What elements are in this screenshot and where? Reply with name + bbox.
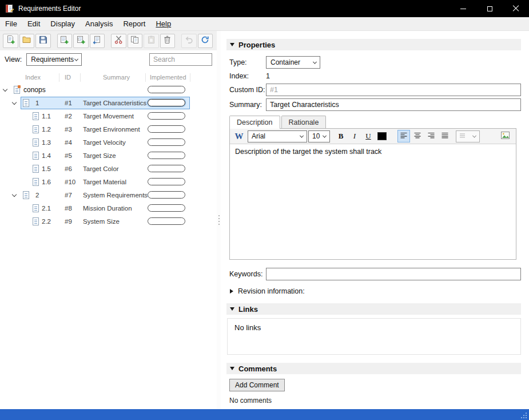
column-id[interactable]: ID bbox=[65, 74, 71, 81]
font-family-dropdown[interactable]: Arial bbox=[248, 130, 307, 142]
cell-summary: Target Size bbox=[83, 152, 116, 159]
description-editor[interactable]: Description of the target the system sha… bbox=[230, 144, 516, 259]
align-left-button[interactable] bbox=[397, 130, 410, 142]
cell-summary: Target Characteristics bbox=[83, 100, 146, 106]
links-section-header[interactable]: Links bbox=[226, 303, 521, 315]
image-icon bbox=[500, 131, 510, 141]
add-child-requirement-button[interactable] bbox=[73, 34, 89, 48]
tree-row-1.4[interactable]: 1.4#5Target Size bbox=[0, 149, 217, 163]
type-dropdown[interactable]: Container bbox=[266, 56, 320, 69]
tree-row-1[interactable]: 1#1Target Characteristics bbox=[0, 97, 217, 110]
implemented-pill bbox=[148, 86, 185, 93]
menu-help[interactable]: Help bbox=[150, 18, 176, 30]
menu-report[interactable]: Report bbox=[118, 18, 150, 30]
menu-edit[interactable]: Edit bbox=[22, 18, 45, 30]
italic-icon: I bbox=[353, 132, 356, 141]
insert-image-button[interactable] bbox=[499, 130, 512, 142]
chevron-down-icon bbox=[74, 57, 78, 61]
tree-row-1.1[interactable]: 1.1#2Target Movement bbox=[0, 110, 217, 123]
new-requirement-set-button[interactable] bbox=[3, 34, 18, 48]
tree-column-header: Index ID Summary Implemented bbox=[0, 71, 217, 84]
column-separator bbox=[145, 73, 146, 82]
view-dropdown[interactable]: Requirements bbox=[26, 53, 82, 66]
expand-chevron-icon[interactable] bbox=[12, 100, 17, 105]
tree-row-1.6[interactable]: 1.6#10Target Material bbox=[0, 176, 217, 189]
tree-row-1.2[interactable]: 1.2#3Target Environment bbox=[0, 123, 217, 136]
requirement-icon bbox=[33, 152, 39, 160]
type-label: Type: bbox=[229, 58, 266, 66]
tree-row-1.5[interactable]: 1.5#6Target Color bbox=[0, 163, 217, 176]
font-color-button[interactable] bbox=[376, 130, 388, 142]
tree-row-1.3[interactable]: 1.3#4Target Velocity bbox=[0, 136, 217, 149]
tab-description[interactable]: Description bbox=[229, 116, 280, 129]
keywords-label: Keywords: bbox=[229, 270, 266, 278]
save-button[interactable] bbox=[35, 34, 51, 48]
minimize-button[interactable] bbox=[450, 0, 476, 17]
collapse-triangle-icon bbox=[230, 307, 234, 311]
revision-information-toggle[interactable]: Revision information: bbox=[230, 287, 521, 295]
tree-row-2.1[interactable]: 2.1#8Mission Duration bbox=[0, 202, 217, 215]
type-dropdown-value: Container bbox=[271, 58, 300, 66]
paste-clipboard-icon bbox=[146, 35, 156, 46]
font-size-dropdown[interactable]: 10 bbox=[308, 130, 330, 142]
column-summary[interactable]: Summary bbox=[103, 74, 130, 81]
properties-section-header[interactable]: Properties bbox=[226, 39, 521, 50]
no-links-text: No links bbox=[234, 323, 261, 332]
line-spacing-dropdown[interactable] bbox=[456, 130, 480, 142]
cell-summary: Target Movement bbox=[83, 113, 134, 120]
implemented-pill bbox=[148, 138, 185, 146]
pane-splitter[interactable] bbox=[217, 31, 221, 409]
custom-id-input[interactable] bbox=[266, 84, 521, 96]
underline-button[interactable]: U bbox=[362, 130, 375, 142]
bold-button[interactable]: B bbox=[335, 130, 347, 142]
undo-button[interactable] bbox=[181, 34, 197, 48]
implemented-pill bbox=[148, 204, 185, 212]
add-comment-button[interactable]: Add Comment bbox=[229, 379, 285, 391]
delete-button[interactable] bbox=[160, 34, 176, 48]
keywords-input[interactable] bbox=[266, 268, 521, 280]
chevron-down-icon bbox=[323, 134, 327, 138]
tree-row-2.2[interactable]: 2.2#9System Size bbox=[0, 215, 217, 228]
left-pane: View: Requirements Index ID Summary Impl… bbox=[0, 31, 217, 409]
promote-requirement-button[interactable] bbox=[90, 34, 105, 48]
open-in-word-button[interactable]: W bbox=[233, 130, 245, 142]
italic-button[interactable]: I bbox=[348, 130, 361, 142]
undo-arrow-icon bbox=[184, 35, 194, 46]
menu-file[interactable]: File bbox=[0, 18, 22, 30]
copy-button[interactable] bbox=[128, 34, 143, 48]
search-input[interactable] bbox=[149, 53, 212, 66]
expand-chevron-icon[interactable] bbox=[3, 87, 7, 92]
menu-display[interactable]: Display bbox=[45, 18, 80, 30]
column-index[interactable]: Index bbox=[25, 74, 41, 81]
maximize-button[interactable] bbox=[476, 0, 503, 17]
column-implemented[interactable]: Implemented bbox=[150, 74, 186, 81]
index-value: 1 bbox=[266, 72, 270, 80]
font-family-value: Arial bbox=[252, 132, 265, 140]
cell-summary: Mission Duration bbox=[83, 205, 132, 212]
redo-button[interactable] bbox=[198, 34, 213, 48]
paste-button[interactable] bbox=[144, 34, 159, 48]
close-button[interactable] bbox=[503, 0, 529, 17]
implemented-pill bbox=[148, 152, 185, 159]
cell-id: #1 bbox=[65, 100, 72, 106]
tree-row-2[interactable]: 2#7System Requirements bbox=[0, 189, 217, 202]
align-right-button[interactable] bbox=[425, 130, 437, 142]
open-button[interactable] bbox=[19, 34, 35, 48]
requirement-set-label: conops bbox=[23, 86, 46, 94]
tab-rationale[interactable]: Rationale bbox=[281, 116, 327, 128]
tree-row-conops[interactable]: conops bbox=[0, 84, 217, 97]
cut-button[interactable] bbox=[111, 34, 126, 48]
add-requirement-button[interactable] bbox=[57, 34, 73, 48]
cell-id: #6 bbox=[65, 165, 72, 172]
align-center-button[interactable] bbox=[411, 130, 424, 142]
expand-chevron-icon[interactable] bbox=[12, 192, 17, 197]
menu-analysis[interactable]: Analysis bbox=[80, 18, 118, 30]
align-justify-button[interactable] bbox=[439, 130, 451, 142]
main-area: View: Requirements Index ID Summary Impl… bbox=[0, 31, 529, 409]
requirements-editor-window: Requirements Editor File Edit Display An… bbox=[0, 0, 529, 420]
resize-grip[interactable] bbox=[520, 412, 527, 419]
menubar: File Edit Display Analysis Report Help bbox=[0, 17, 529, 31]
comments-section-header[interactable]: Comments bbox=[226, 363, 521, 374]
summary-input[interactable] bbox=[266, 98, 521, 111]
cell-id: #8 bbox=[65, 205, 72, 212]
